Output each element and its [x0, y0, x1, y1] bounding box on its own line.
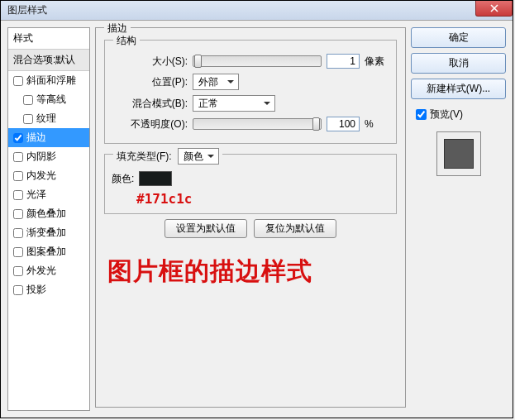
preview-box	[436, 131, 481, 176]
titlebar: 图层样式	[1, 1, 513, 21]
close-icon	[490, 4, 498, 12]
style-item-label: 内阴影	[26, 150, 56, 164]
slider-thumb[interactable]	[312, 117, 320, 131]
make-default-button[interactable]: 设置为默认值	[165, 219, 247, 238]
center-panel: 描边 结构 大小(S): 像素 位置(P): 外部 混合模式(B):	[95, 27, 406, 411]
style-checkbox[interactable]	[13, 171, 23, 181]
blend-label: 混合模式(B):	[112, 97, 188, 111]
position-label: 位置(P):	[112, 75, 188, 89]
window-title: 图层样式	[7, 3, 47, 17]
style-list-item[interactable]: 斜面和浮雕	[8, 71, 89, 90]
slider-thumb[interactable]	[194, 55, 202, 68]
style-checkbox[interactable]	[13, 228, 23, 238]
style-checkbox[interactable]	[13, 133, 23, 143]
preview-label: 预览(V)	[430, 107, 463, 122]
style-item-label: 颜色叠加	[26, 207, 66, 221]
blend-row: 混合模式(B): 正常	[112, 95, 389, 112]
style-list-header: 样式	[8, 28, 89, 50]
style-checkbox[interactable]	[13, 152, 23, 162]
color-hex-annotation: #171c1c	[136, 191, 389, 207]
stroke-fieldset: 描边 结构 大小(S): 像素 位置(P): 外部 混合模式(B):	[95, 27, 406, 408]
opacity-slider[interactable]	[193, 118, 322, 130]
preview-checkbox[interactable]	[416, 109, 427, 120]
fill-title: 填充类型(F): 颜色	[113, 148, 222, 165]
style-list-item[interactable]: 等高线	[8, 90, 89, 109]
style-item-label: 图案叠加	[26, 245, 66, 259]
opacity-row: 不透明度(O): %	[112, 117, 389, 131]
style-list-item[interactable]: 纹理	[8, 109, 89, 128]
right-panel: 确定 取消 新建样式(W)... 预览(V)	[411, 27, 506, 411]
size-label: 大小(S):	[112, 55, 188, 69]
structure-fieldset: 结构 大小(S): 像素 位置(P): 外部 混合模式(B): 正常	[104, 40, 397, 144]
color-label: 颜色:	[112, 172, 134, 186]
style-checkbox[interactable]	[13, 266, 23, 276]
blend-select[interactable]: 正常	[193, 95, 275, 112]
style-checkbox[interactable]	[13, 190, 23, 200]
style-item-label: 光泽	[26, 188, 46, 202]
style-list: 样式 混合选项:默认 斜面和浮雕等高线纹理描边内阴影内发光光泽颜色叠加渐变叠加图…	[7, 27, 90, 411]
color-row: 颜色:	[112, 171, 389, 186]
preview-swatch	[444, 139, 474, 169]
new-style-button[interactable]: 新建样式(W)...	[411, 79, 506, 99]
style-checkbox[interactable]	[23, 95, 33, 105]
fill-fieldset: 填充类型(F): 颜色 颜色: #171c1c	[104, 154, 397, 214]
default-buttons-row: 设置为默认值 复位为默认值	[104, 219, 397, 238]
opacity-input[interactable]	[327, 117, 360, 131]
style-item-label: 渐变叠加	[26, 226, 66, 240]
style-item-label: 纹理	[36, 112, 56, 126]
size-row: 大小(S): 像素	[112, 54, 389, 69]
style-checkbox[interactable]	[13, 285, 23, 295]
reset-default-button[interactable]: 复位为默认值	[254, 219, 336, 238]
position-select[interactable]: 外部	[193, 74, 239, 90]
style-item-label: 外发光	[26, 264, 56, 278]
style-list-item[interactable]: 内发光	[8, 166, 89, 185]
style-checkbox[interactable]	[13, 247, 23, 257]
structure-title: 结构	[113, 34, 140, 48]
position-row: 位置(P): 外部	[112, 74, 389, 90]
color-swatch[interactable]	[139, 171, 172, 186]
close-button[interactable]	[475, 1, 513, 17]
style-list-item[interactable]: 渐变叠加	[8, 223, 89, 242]
filltype-select[interactable]: 颜色	[178, 148, 219, 165]
style-item-label: 描边	[26, 131, 46, 145]
style-list-item[interactable]: 内阴影	[8, 147, 89, 166]
size-slider[interactable]	[193, 55, 322, 67]
style-list-item[interactable]: 光泽	[8, 185, 89, 204]
style-checkbox[interactable]	[13, 76, 23, 86]
size-input[interactable]	[327, 54, 360, 69]
cancel-button[interactable]: 取消	[411, 53, 506, 74]
style-item-label: 投影	[26, 283, 46, 297]
dialog-window: 图层样式 样式 混合选项:默认 斜面和浮雕等高线纹理描边内阴影内发光光泽颜色叠加…	[0, 0, 513, 418]
style-item-label: 斜面和浮雕	[26, 74, 76, 88]
style-list-item[interactable]: 投影	[8, 280, 89, 299]
ok-button[interactable]: 确定	[411, 27, 506, 48]
style-checkbox[interactable]	[23, 114, 33, 124]
style-list-item[interactable]: 图案叠加	[8, 242, 89, 261]
dialog-body: 样式 混合选项:默认 斜面和浮雕等高线纹理描边内阴影内发光光泽颜色叠加渐变叠加图…	[1, 21, 513, 418]
style-list-item[interactable]: 描边	[8, 128, 89, 147]
blend-options-header[interactable]: 混合选项:默认	[8, 50, 89, 71]
style-item-label: 等高线	[36, 93, 66, 107]
style-checkbox[interactable]	[13, 209, 23, 219]
preview-checkbox-row[interactable]: 预览(V)	[411, 107, 506, 122]
annotation-text: 图片框的描边样式	[104, 255, 397, 289]
style-list-item[interactable]: 外发光	[8, 261, 89, 280]
style-list-item[interactable]: 颜色叠加	[8, 204, 89, 223]
size-unit: 像素	[365, 55, 389, 69]
opacity-label: 不透明度(O):	[112, 117, 188, 131]
style-item-label: 内发光	[26, 169, 56, 183]
opacity-unit: %	[365, 118, 389, 130]
